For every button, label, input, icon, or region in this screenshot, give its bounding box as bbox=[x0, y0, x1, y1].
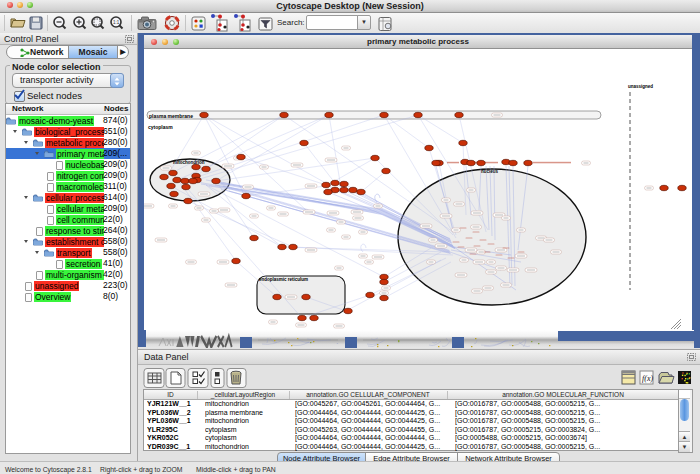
svg-text:cytoplasm: cytoplasm bbox=[148, 124, 173, 130]
svg-text:1:1: 1:1 bbox=[113, 20, 120, 25]
svg-text:nucleus: nucleus bbox=[481, 169, 499, 174]
svg-text:unassigned: unassigned bbox=[628, 84, 653, 89]
svg-text:plasma membrane: plasma membrane bbox=[149, 113, 193, 119]
svg-text:f(x): f(x) bbox=[642, 374, 653, 383]
